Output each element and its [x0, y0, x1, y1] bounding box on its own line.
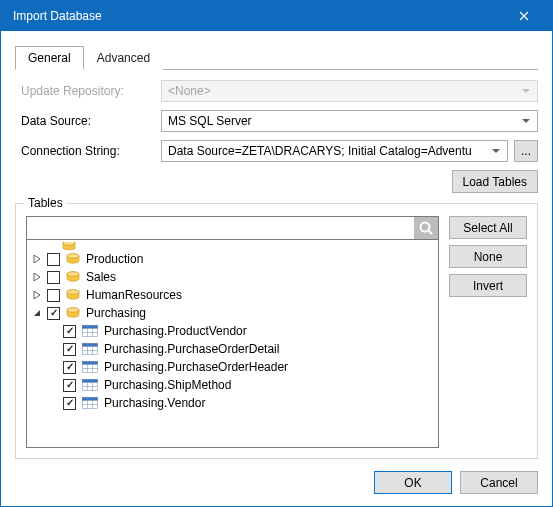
table-row[interactable]: Purchasing.Vendor — [27, 394, 438, 412]
tab-advanced[interactable]: Advanced — [84, 46, 163, 70]
data-source-select[interactable]: MS SQL Server — [161, 110, 538, 132]
dialog-footer: OK Cancel — [15, 459, 538, 494]
dialog-window: Import Database General Advanced Update … — [0, 0, 553, 507]
invert-button[interactable]: Invert — [449, 274, 527, 297]
table-row[interactable]: Purchasing.PurchaseOrderHeader — [27, 358, 438, 376]
table-icon — [82, 361, 98, 373]
tables-tree[interactable]: ProductionSalesHumanResourcesPurchasingP… — [26, 240, 439, 448]
chevron-down-icon — [519, 119, 533, 123]
table-checkbox[interactable] — [63, 397, 76, 410]
expander-icon[interactable] — [31, 253, 43, 265]
select-none-button[interactable]: None — [449, 245, 527, 268]
data-source-value: MS SQL Server — [168, 114, 519, 128]
update-repository-select: <None> — [161, 80, 538, 102]
tab-strip: General Advanced — [15, 45, 538, 70]
tab-general[interactable]: General — [15, 46, 84, 70]
table-row[interactable]: Purchasing.ProductVendor — [27, 322, 438, 340]
update-repository-value: <None> — [168, 84, 519, 98]
database-icon — [66, 307, 80, 319]
expander-icon[interactable] — [31, 271, 43, 283]
connection-string-value: Data Source=ZETA\DRACARYS; Initial Catal… — [168, 144, 489, 158]
connection-string-select[interactable]: Data Source=ZETA\DRACARYS; Initial Catal… — [161, 140, 508, 162]
schema-row[interactable]: Production — [27, 250, 438, 268]
schema-checkbox[interactable] — [47, 253, 60, 266]
titlebar: Import Database — [1, 1, 552, 31]
database-icon — [66, 253, 80, 265]
schema-name: Purchasing — [84, 306, 146, 320]
table-name: Purchasing.PurchaseOrderDetail — [102, 342, 279, 356]
database-icon — [66, 271, 80, 283]
table-row[interactable]: Purchasing.PurchaseOrderDetail — [27, 340, 438, 358]
cancel-button[interactable]: Cancel — [460, 471, 538, 494]
schema-name: HumanResources — [84, 288, 182, 302]
database-icon — [62, 242, 76, 250]
svg-rect-11 — [83, 326, 98, 329]
tables-search-button[interactable] — [414, 217, 438, 239]
select-all-button[interactable]: Select All — [449, 216, 527, 239]
table-checkbox[interactable] — [63, 361, 76, 374]
chevron-down-icon — [519, 89, 533, 93]
schema-name: Sales — [84, 270, 116, 284]
table-name: Purchasing.ShipMethod — [102, 378, 231, 392]
expander-icon[interactable] — [31, 289, 43, 301]
table-icon — [82, 397, 98, 409]
table-icon — [82, 325, 98, 337]
schema-checkbox[interactable] — [47, 271, 60, 284]
tables-group-label: Tables — [24, 196, 67, 210]
schema-row[interactable]: HumanResources — [27, 286, 438, 304]
svg-rect-17 — [83, 380, 98, 383]
database-icon — [66, 289, 80, 301]
row-data-source: Data Source: MS SQL Server — [15, 110, 538, 132]
connection-browse-button[interactable]: ... — [514, 140, 538, 162]
table-name: Purchasing.PurchaseOrderHeader — [102, 360, 288, 374]
tables-group: Tables ProductionSalesHumanResourcesPurc… — [15, 203, 538, 459]
svg-point-8 — [67, 290, 79, 294]
schema-row[interactable]: Sales — [27, 268, 438, 286]
table-checkbox[interactable] — [63, 379, 76, 392]
schema-checkbox[interactable] — [47, 289, 60, 302]
search-icon — [419, 221, 433, 235]
table-name: Purchasing.ProductVendor — [102, 324, 247, 338]
table-icon — [82, 343, 98, 355]
svg-point-6 — [67, 272, 79, 276]
window-title: Import Database — [13, 9, 504, 23]
table-icon — [82, 379, 98, 391]
svg-point-0 — [421, 223, 430, 232]
close-icon — [519, 11, 529, 21]
svg-rect-15 — [83, 362, 98, 365]
schema-checkbox[interactable] — [47, 307, 60, 320]
table-name: Purchasing.Vendor — [102, 396, 205, 410]
connection-string-label: Connection String: — [15, 144, 161, 158]
chevron-down-icon — [489, 149, 503, 153]
window-close-button[interactable] — [504, 1, 544, 31]
schema-row[interactable]: Purchasing — [27, 304, 438, 322]
svg-point-10 — [67, 308, 79, 312]
table-row[interactable]: Purchasing.ShipMethod — [27, 376, 438, 394]
svg-point-4 — [67, 254, 79, 258]
data-source-label: Data Source: — [15, 114, 161, 128]
table-checkbox[interactable] — [63, 343, 76, 356]
ok-button[interactable]: OK — [374, 471, 452, 494]
row-update-repository: Update Repository: <None> — [15, 80, 538, 102]
load-tables-button[interactable]: Load Tables — [452, 170, 539, 193]
table-checkbox[interactable] — [63, 325, 76, 338]
tables-search — [26, 216, 439, 240]
svg-rect-13 — [83, 344, 98, 347]
row-connection-string: Connection String: Data Source=ZETA\DRAC… — [15, 140, 538, 162]
tables-search-input[interactable] — [27, 217, 414, 239]
svg-rect-19 — [83, 398, 98, 401]
update-repository-label: Update Repository: — [15, 84, 161, 98]
schema-name: Production — [84, 252, 143, 266]
expander-icon[interactable] — [31, 307, 43, 319]
svg-point-2 — [63, 242, 75, 245]
